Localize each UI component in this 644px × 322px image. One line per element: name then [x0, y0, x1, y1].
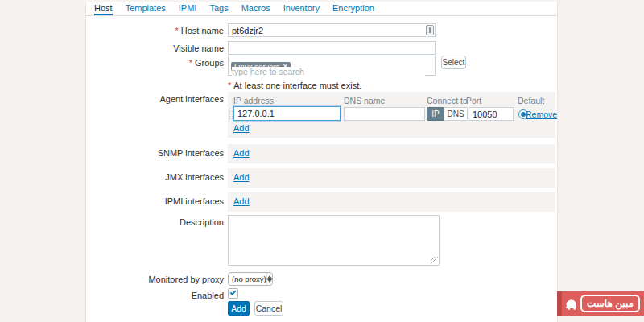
password-manager-icon[interactable]: [426, 25, 434, 35]
col-connect-to: Connect to: [427, 96, 468, 105]
groups-select-button[interactable]: Select: [441, 56, 466, 69]
connect-to-dns-option[interactable]: DNS: [444, 107, 468, 121]
col-port: Port: [466, 96, 481, 105]
groups-label: *Groups: [85, 58, 224, 68]
jmx-interfaces-label: JMX interfaces: [85, 172, 224, 182]
col-default: Default: [518, 96, 544, 105]
required-mark: *: [189, 58, 192, 68]
interface-note: *At least one interface must exist.: [228, 80, 361, 90]
agent-add-link[interactable]: Add: [233, 123, 250, 133]
tab-ipmi[interactable]: IPMI: [179, 2, 197, 15]
arrow-up-icon: [267, 275, 272, 279]
agent-ip-input[interactable]: [233, 106, 341, 121]
enabled-checkbox[interactable]: [228, 288, 238, 299]
agent-interfaces-label: Agent interfaces: [85, 94, 224, 104]
ipmi-interfaces-panel: [228, 192, 555, 212]
description-field-wrap: [228, 215, 440, 266]
proxy-label: Monitored by proxy: [85, 275, 224, 284]
ipmi-add-link[interactable]: Add: [233, 196, 250, 206]
agent-dns-input[interactable]: [344, 107, 425, 121]
required-mark: *: [228, 80, 231, 90]
proxy-select[interactable]: (no proxy): [228, 272, 273, 286]
host-name-input[interactable]: [228, 23, 436, 37]
jmx-interfaces-panel: [228, 168, 555, 188]
enabled-label: Enabled: [85, 291, 224, 300]
agent-remove-link[interactable]: Remove: [526, 109, 557, 119]
required-mark: *: [175, 26, 179, 35]
jmx-add-link[interactable]: Add: [233, 172, 250, 182]
cancel-button[interactable]: Cancel: [254, 301, 283, 316]
tab-templates[interactable]: Templates: [126, 2, 166, 15]
select-arrows-icon: [266, 273, 272, 285]
description-textarea[interactable]: [228, 215, 440, 266]
snmp-add-link[interactable]: Add: [233, 148, 250, 158]
agent-port-input[interactable]: [469, 107, 514, 121]
col-ip-address: IP address: [233, 96, 274, 105]
arrow-down-icon: [267, 279, 272, 283]
snmp-interfaces-panel: [228, 144, 555, 163]
visible-name-input[interactable]: [228, 41, 436, 55]
tab-host[interactable]: Host: [94, 2, 113, 15]
tab-tags[interactable]: Tags: [209, 2, 228, 15]
groups-search-input[interactable]: [232, 67, 425, 76]
watermark-text: مبین هاست: [587, 298, 634, 309]
snmp-interfaces-label: SNMP interfaces: [85, 148, 224, 158]
col-dns-name: DNS name: [344, 96, 385, 105]
tab-inventory[interactable]: Inventory: [283, 2, 320, 15]
connect-to-toggle: IP DNS: [427, 107, 468, 121]
elephant-logo-icon: [564, 297, 578, 314]
resize-grip-icon[interactable]: [431, 257, 438, 264]
proxy-selected-value: (no proxy): [229, 275, 266, 283]
tab-bar: Host Templates IPMI Tags Macros Inventor…: [86, 2, 557, 16]
description-label: Description: [85, 217, 224, 227]
tab-encryption[interactable]: Encryption: [332, 2, 374, 15]
visible-name-label: Visible name: [85, 43, 224, 53]
ipmi-interfaces-label: IPMI interfaces: [85, 196, 224, 206]
watermark-banner: مبین هاست: [557, 291, 644, 316]
host-configuration-page: Host Templates IPMI Tags Macros Inventor…: [0, 0, 644, 322]
add-button[interactable]: Add: [228, 301, 250, 316]
tab-macros[interactable]: Macros: [242, 2, 270, 15]
connect-to-ip-option[interactable]: IP: [427, 107, 444, 121]
watermark-text-box: مبین هاست: [580, 295, 640, 312]
groups-multiselect[interactable]: Linux servers ×: [228, 56, 436, 76]
host-name-label: *Host name: [85, 26, 224, 35]
check-icon: [230, 289, 237, 295]
interface-drag-handle[interactable]: [229, 108, 233, 120]
